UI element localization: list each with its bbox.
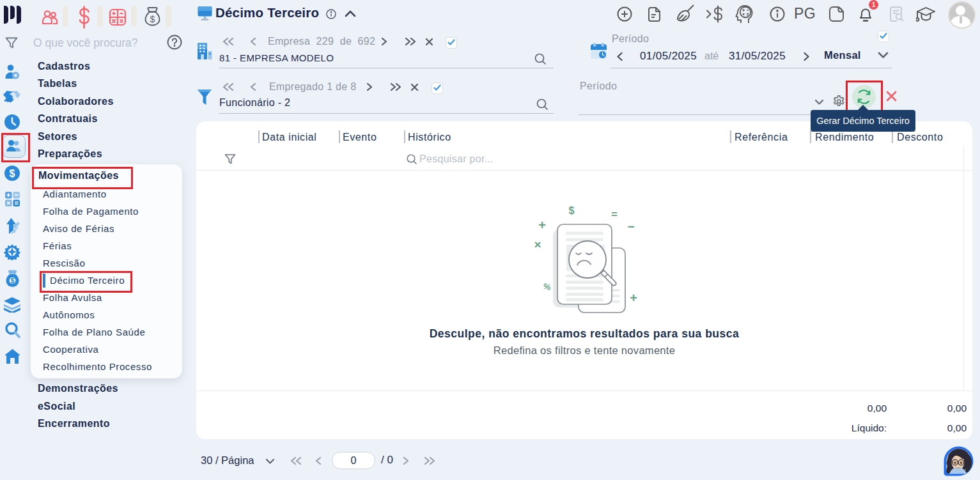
svg-text:+: + xyxy=(538,218,546,232)
svg-text:+: + xyxy=(630,291,637,305)
svg-text:×: × xyxy=(534,238,541,251)
svg-text:$: $ xyxy=(150,14,155,24)
svg-text:$: $ xyxy=(10,168,15,179)
svg-text:%: % xyxy=(543,281,552,292)
svg-text:=: = xyxy=(611,208,618,221)
svg-text:−: − xyxy=(627,220,634,233)
svg-text:$: $ xyxy=(11,277,15,284)
svg-text:$: $ xyxy=(569,205,575,216)
